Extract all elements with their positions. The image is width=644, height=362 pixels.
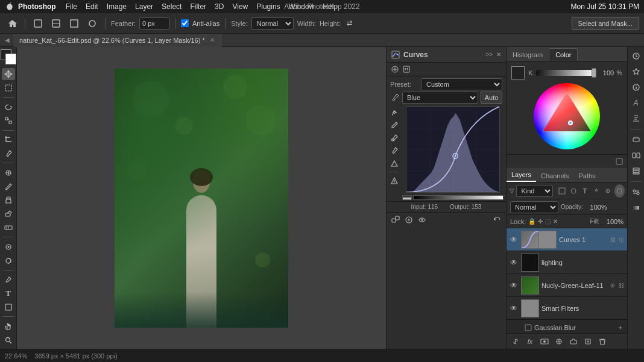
eye-curves-icon[interactable] — [417, 214, 428, 225]
layer-link-btn[interactable] — [510, 336, 521, 347]
filter-pixel-icon[interactable] — [557, 186, 567, 196]
strip-star-icon[interactable] — [630, 65, 643, 78]
filter-shape-icon[interactable] — [592, 186, 601, 196]
tool-shape4-btn[interactable] — [85, 17, 99, 30]
filter-smart-icon[interactable] — [603, 186, 613, 196]
menu-view[interactable]: View — [229, 1, 251, 12]
curve-warning-icon[interactable] — [389, 175, 400, 186]
document-tab[interactable]: nature_Kat_-66-Edit.psd @ 22.6% (Curves … — [13, 34, 221, 47]
filter-adjustment-icon[interactable] — [569, 186, 578, 196]
color-wheel[interactable] — [534, 83, 600, 149]
blend-mode-select[interactable]: Normal — [510, 201, 558, 213]
strip-layers-strip-icon[interactable] — [630, 164, 643, 178]
paths-tab[interactable]: Paths — [574, 170, 601, 182]
leaf11-link-icon[interactable]: ⛓ — [617, 282, 625, 289]
strip-history-icon[interactable] — [630, 49, 643, 63]
antialias-label[interactable]: Anti-alias — [181, 19, 219, 27]
layer-delete-btn[interactable] — [597, 336, 608, 347]
object-select-tool[interactable] — [2, 114, 15, 127]
k-slider-thumb[interactable] — [592, 68, 596, 78]
menu-layer[interactable]: Layer — [131, 1, 157, 12]
eyedropper-channel-icon[interactable] — [390, 93, 400, 102]
feather-input[interactable] — [139, 17, 169, 30]
fg-bg-color-picker[interactable] — [1, 49, 16, 64]
pen-tool[interactable] — [2, 273, 15, 286]
layer-fx-btn[interactable]: fx — [525, 336, 535, 347]
layer-group-btn[interactable] — [568, 336, 579, 347]
curve-sample-icon[interactable] — [389, 133, 400, 143]
color-cursor[interactable] — [568, 120, 573, 125]
filter-toggle[interactable] — [614, 184, 625, 198]
move-tool[interactable] — [2, 68, 15, 81]
lock-move-icon[interactable]: ✛ — [538, 218, 543, 225]
lock-artboard-icon[interactable]: ⬚ — [545, 218, 551, 225]
layer-item-curves1[interactable]: 👁 Curves 1 ⛓ ◫ — [507, 228, 627, 251]
gradient-tool[interactable] — [2, 222, 15, 234]
tab-close-icon[interactable]: ✕ — [210, 37, 215, 43]
k-slider[interactable] — [536, 70, 595, 76]
eraser-tool[interactable] — [2, 208, 15, 220]
menu-plugins[interactable]: Plugins — [253, 1, 283, 12]
auto-button[interactable]: Auto — [481, 92, 502, 104]
eye-smart[interactable]: 👁 — [509, 304, 519, 313]
preset-select[interactable]: Custom — [421, 78, 502, 90]
dodge-tool[interactable] — [2, 254, 15, 267]
tool-shape-btn[interactable] — [31, 17, 45, 30]
home-button[interactable] — [5, 17, 19, 30]
swap-wh-button[interactable]: ⇄ — [344, 17, 355, 30]
eye-curves1[interactable]: 👁 — [509, 235, 519, 245]
lasso-tool[interactable] — [2, 101, 15, 113]
strip-para-icon[interactable] — [630, 112, 643, 125]
menu-select[interactable]: Select — [158, 1, 185, 12]
strip-gradient-strip-icon[interactable] — [630, 201, 643, 214]
curve-sample2-icon[interactable] — [389, 145, 400, 156]
stamp-tool[interactable] — [2, 194, 15, 207]
curve-anchor-icon[interactable] — [389, 158, 400, 169]
curve-pencil-icon[interactable] — [389, 120, 400, 131]
reset-curves-icon[interactable] — [491, 214, 502, 225]
layer-new-btn[interactable] — [582, 336, 593, 347]
strip-adjust-icon[interactable] — [630, 186, 643, 199]
channels-tab[interactable]: Channels — [536, 170, 573, 182]
auto-correct-icon[interactable] — [390, 214, 401, 225]
blur-tool[interactable] — [2, 240, 15, 253]
menu-file[interactable]: File — [62, 1, 81, 12]
eye-lighting[interactable]: 👁 — [509, 258, 519, 267]
histogram-tab[interactable]: Histogram — [507, 49, 549, 61]
menu-edit[interactable]: Edit — [82, 1, 102, 12]
strip-info-icon[interactable] — [630, 81, 643, 94]
clip-icon[interactable] — [403, 214, 414, 225]
strip-char-icon[interactable]: A — [630, 96, 643, 110]
curves1-link-icon[interactable]: ⛓ — [609, 236, 616, 243]
curves-icon-2[interactable] — [402, 64, 411, 74]
hand-tool[interactable] — [2, 320, 15, 332]
curve-edit-icon[interactable] — [389, 107, 400, 118]
crop-tool[interactable] — [2, 134, 15, 146]
text-tool[interactable]: T — [2, 287, 15, 300]
menu-image[interactable]: Image — [103, 1, 130, 12]
gaussianblur-settings[interactable] — [616, 323, 625, 332]
layer-mask-btn[interactable] — [539, 336, 550, 347]
strip-libraries-icon[interactable] — [630, 149, 643, 162]
close-prop-icon[interactable]: ✕ — [496, 51, 501, 58]
background-color[interactable] — [5, 54, 16, 64]
sub-layer-gaussianblur[interactable]: Gaussian Blur — [507, 320, 627, 333]
expand-icon[interactable]: >> — [485, 51, 493, 58]
color-tab[interactable]: Color — [549, 48, 578, 61]
layer-filter-select[interactable]: Kind — [516, 185, 552, 197]
marquee-tool[interactable] — [2, 81, 15, 94]
tab-back-arrow[interactable]: ◀ — [5, 37, 10, 43]
select-and-mask-button[interactable]: Select and Mask... — [572, 17, 640, 30]
apple-logo-icon[interactable] — [5, 2, 14, 11]
brush-tool[interactable] — [2, 180, 15, 193]
curves1-mask-icon[interactable]: ◫ — [617, 236, 625, 243]
tool-shape2-btn[interactable] — [49, 17, 63, 30]
black-swatch[interactable] — [511, 66, 525, 80]
menu-filter[interactable]: Filter — [186, 1, 210, 12]
healing-brush-tool[interactable] — [2, 166, 15, 179]
lock-icon[interactable]: 🔒 — [528, 218, 535, 225]
curves-icon-1[interactable] — [390, 64, 400, 74]
color-panel-expand-icon[interactable] — [614, 156, 625, 167]
layer-item-leaf11[interactable]: 👁 Nucly-Green-Leaf-11 ⊞ ⛓ — [507, 274, 627, 297]
layer-item-lighting[interactable]: 👁 lighting — [507, 251, 627, 274]
